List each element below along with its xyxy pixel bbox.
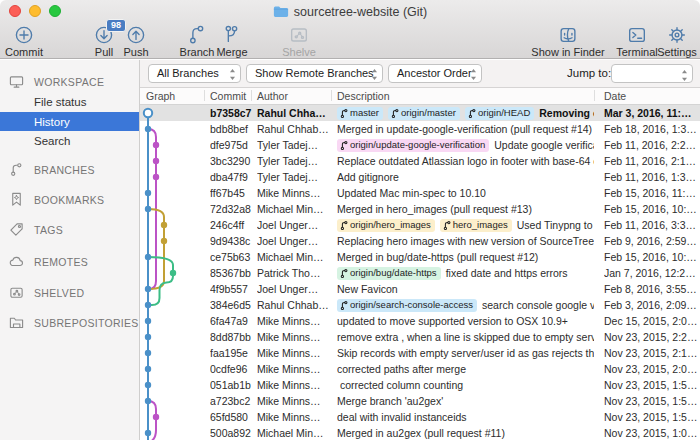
commit-hash: b7358c7 (210, 105, 257, 121)
sidebar-item-bookmarks[interactable]: BOOKMARKS (0, 190, 139, 209)
commit-hash: 246c4ff (210, 217, 257, 233)
commit-row-72d32a8[interactable]: 72d32a8Michael Min…Merged in hero_images… (140, 201, 700, 217)
sidebar-item-file-status[interactable]: File status (0, 92, 139, 111)
commit-row-384e6d5[interactable]: 384e6d5Rahul Chhab…origin/search-console… (140, 297, 700, 313)
toolbar-label: Commit (0, 46, 48, 58)
commit-author: Rahul Chha… (257, 105, 334, 121)
sidebar-item-history[interactable]: History (0, 112, 139, 131)
commit-author: Mike Minns… (257, 377, 334, 393)
commit-hash: 85367bb (210, 265, 257, 281)
commit-description: masterorigin/masterorigin/HEADRemoving o… (337, 105, 594, 121)
toolbar-button-merge[interactable]: Merge (211, 23, 253, 58)
commit-row-dba47f9[interactable]: dba47f9Tyler Tadej…Add gitignoreFeb 11, … (140, 169, 700, 185)
commit-hash: 3bc3290 (210, 153, 257, 169)
sidebar-item-branches[interactable]: BRANCHES (0, 160, 139, 179)
commit-row-6fa47a9[interactable]: 6fa47a9Mike Minns…updated to move suppor… (140, 313, 700, 329)
commit-author: Michael Min… (257, 425, 334, 440)
folder-icon (273, 5, 289, 18)
commit-date: Feb 15, 2016, 10:… (604, 201, 698, 217)
jump-to-input[interactable] (611, 64, 693, 83)
commit-row-65fd580[interactable]: 65fd580Mike Minns…deal with invalid inst… (140, 409, 700, 425)
commit-row-3bc3290[interactable]: 3bc3290Tyler Tadej…Replace outdated Atla… (140, 153, 700, 169)
commit-hash: dba47f9 (210, 169, 257, 185)
column-header-commit[interactable]: Commit (210, 90, 246, 102)
commit-date: Nov 23, 2015, 2:1… (604, 345, 698, 361)
sidebar-item-workspace[interactable]: WORKSPACE (0, 72, 139, 91)
commit-author: Mike Minns… (257, 313, 334, 329)
commit-row-a723bc2[interactable]: a723bc2Mike Minns…Merge branch 'au2gex'N… (140, 393, 700, 409)
window-header: sourcetree-website (Git) Commit98PullPus… (0, 0, 700, 59)
branch-badge: origin/master (388, 107, 460, 120)
column-header-date[interactable]: Date (604, 90, 626, 102)
commit-row-9d9438c[interactable]: 9d9438cJoel Unger…Replacing hero images … (140, 233, 700, 249)
commit-author: Michael Min… (257, 249, 334, 265)
commit-hash: 72d32a8 (210, 201, 257, 217)
commit-date: Feb 15, 2016, 11:… (604, 185, 698, 201)
sidebar-item-tags[interactable]: TAGS (0, 220, 139, 239)
tags-icon (9, 222, 25, 237)
commit-row-bdb8bef[interactable]: bdb8befRahul Chhab…Merged in update-goog… (140, 121, 700, 137)
commit-row-85367bb[interactable]: 85367bbPatrick Tho…origin/bug/date-https… (140, 265, 700, 281)
minimize-button[interactable] (29, 5, 41, 17)
commit-row-ce75b63[interactable]: ce75b63Michael Min…Merged in bug/date-ht… (140, 249, 700, 265)
sidebar-section-label: SUBREPOSITORIES (34, 317, 139, 329)
table-header: GraphCommitAuthorDescriptionDate (140, 88, 700, 105)
commit-hash: 051ab1b (210, 377, 257, 393)
commit-row-faa195e[interactable]: faa195eMike Minns…Skip records with empt… (140, 345, 700, 361)
commit-author: Mike Minns… (257, 329, 334, 345)
column-header-author[interactable]: Author (257, 90, 288, 102)
commit-row-ff67b45[interactable]: ff67b45Mike Minns…Updated Mac min-spec t… (140, 185, 700, 201)
commit-hash: dfe975d (210, 137, 257, 153)
column-header-description[interactable]: Description (337, 90, 390, 102)
sidebar-section-label: BRANCHES (34, 164, 95, 176)
column-divider (331, 90, 332, 101)
column-header-graph[interactable]: Graph (146, 90, 175, 102)
sidebar-section-label: SHELVED (34, 287, 84, 299)
filter-select-ancestor-order[interactable]: Ancestor Order (388, 64, 482, 83)
toolbar-button-show-in-finder[interactable]: Show in Finder (524, 23, 612, 58)
filter-select-all-branches[interactable]: All Branches (148, 64, 241, 83)
commit-row-b7358c7[interactable]: b7358c7Rahul Chha…masterorigin/masterori… (140, 105, 700, 121)
commit-hash: bdb8bef (210, 121, 257, 137)
commit-author: Mike Minns… (257, 393, 334, 409)
sidebar-item-search[interactable]: Search (0, 131, 139, 150)
commit-date: Feb 18, 2016, 1:3… (604, 121, 698, 137)
commit-row-500a892[interactable]: 500a892Michael Min…Merged in au2gex (pul… (140, 425, 700, 440)
commit-date: Nov 23, 2015, 1:5… (604, 377, 698, 393)
commit-date: Mar 3, 2016, 11:… (604, 105, 698, 121)
sidebar-item-remotes[interactable]: REMOTES (0, 252, 139, 271)
settings-icon (654, 23, 700, 46)
commit-row-dfe975d[interactable]: dfe975dTyler Tadej…origin/update-google-… (140, 137, 700, 153)
commit-row-246c4ff[interactable]: 246c4ffJoel Unger…origin/hero_imageshero… (140, 217, 700, 233)
commit-description: remove extra , when a line is skipped du… (337, 329, 594, 345)
commit-row-4f9b557[interactable]: 4f9b557Joel Unger…New FaviconFeb 8, 2016… (140, 281, 700, 297)
commit-hash: 9d9438c (210, 233, 257, 249)
commit-row-051ab1b[interactable]: 051ab1bMike Minns… corrected column coun… (140, 377, 700, 393)
commit-hash: 6fa47a9 (210, 313, 257, 329)
toolbar-button-push[interactable]: Push (116, 23, 156, 58)
commit-author: Tyler Tadej… (257, 169, 334, 185)
toolbar-label: Shelve (274, 46, 324, 58)
toolbar-button-settings[interactable]: Settings (654, 23, 700, 58)
commit-author: Mike Minns… (257, 409, 334, 425)
commit-author: Joel Unger… (257, 281, 334, 297)
filter-select-show-remote-branches[interactable]: Show Remote Branches (246, 64, 383, 83)
commit-date: Jan 7, 2016, 12:2… (604, 265, 698, 281)
bookmarks-icon (9, 192, 25, 207)
stepper-icon (470, 68, 477, 86)
toolbar-button-commit[interactable]: Commit (0, 23, 48, 58)
finder-icon (524, 23, 612, 46)
commit-row-0cdfe96[interactable]: 0cdfe96Mike Minns…corrected paths after … (140, 361, 700, 377)
commit-row-8dd87bb[interactable]: 8dd87bbMike Minns…remove extra , when a … (140, 329, 700, 345)
commit-date: Feb 8, 2016, 3:55… (604, 281, 698, 297)
close-button[interactable] (9, 5, 21, 17)
toolbar-label: Merge (211, 46, 253, 58)
sidebar-item-subrepositories[interactable]: SUBREPOSITORIES (0, 313, 139, 332)
sidebar-item-label: History (34, 116, 70, 128)
sidebar-item-shelved[interactable]: SHELVED (0, 283, 139, 302)
sidebar-section-label: REMOTES (34, 256, 88, 268)
zoom-button[interactable] (49, 5, 61, 17)
filter-select-value: Show Remote Branches (255, 67, 374, 79)
commit-hash: faa195e (210, 345, 257, 361)
commit-date: Feb 11, 2016, 2:1… (604, 153, 698, 169)
